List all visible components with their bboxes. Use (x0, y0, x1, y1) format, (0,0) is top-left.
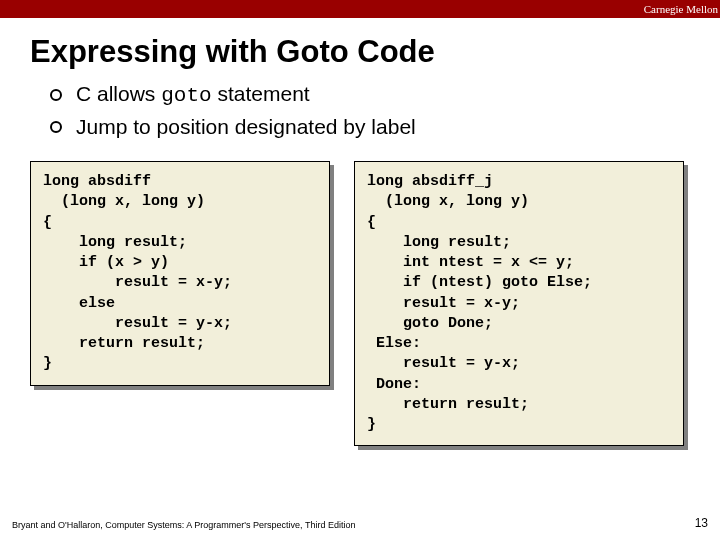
bullet-icon (50, 89, 62, 101)
bullet-post: statement (212, 82, 310, 105)
slide-content: Expressing with Goto Code C allows goto … (0, 18, 720, 446)
institution-label: Carnegie Mellon (644, 3, 718, 15)
footer: Bryant and O'Hallaron, Computer Systems:… (12, 516, 708, 530)
footer-credit: Bryant and O'Hallaron, Computer Systems:… (12, 520, 355, 530)
bullet-item: Jump to position designated by label (50, 115, 690, 139)
code-box-original: long absdiff (long x, long y) { long res… (30, 161, 330, 386)
bullet-code: goto (161, 84, 211, 107)
bullet-text: C allows goto statement (76, 82, 310, 107)
page-title: Expressing with Goto Code (30, 34, 690, 70)
bullet-pre: C allows (76, 82, 161, 105)
page-number: 13 (695, 516, 708, 530)
bullet-item: C allows goto statement (50, 82, 690, 107)
bullet-pre: Jump to position designated by label (76, 115, 416, 138)
bullet-list: C allows goto statement Jump to position… (50, 82, 690, 139)
bullet-icon (50, 121, 62, 133)
bullet-text: Jump to position designated by label (76, 115, 416, 139)
code-area: long absdiff (long x, long y) { long res… (30, 161, 690, 446)
header-bar: Carnegie Mellon (0, 0, 720, 18)
code-box-goto: long absdiff_j (long x, long y) { long r… (354, 161, 684, 446)
